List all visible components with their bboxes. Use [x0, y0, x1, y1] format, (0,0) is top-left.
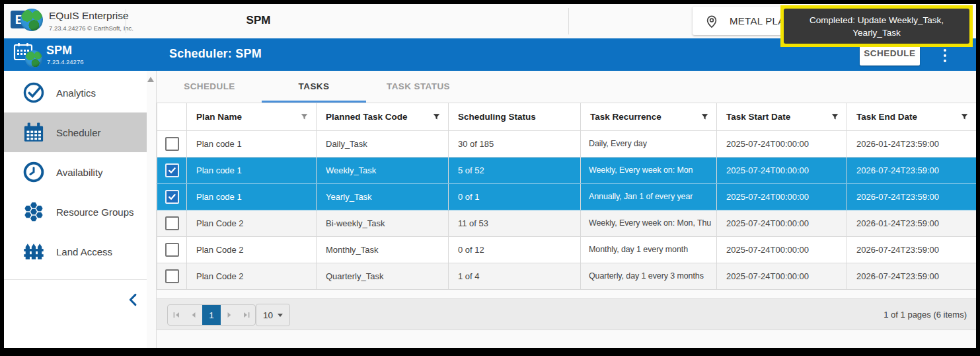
- cell-end: 2026-01-24T23:59:00: [847, 131, 977, 157]
- tab-tasks[interactable]: TASKS: [262, 71, 366, 103]
- select-column-header: [157, 103, 187, 131]
- globe-icon: [20, 9, 43, 31]
- pager-first-button[interactable]: [168, 305, 185, 325]
- cell-plan-name: Plan code 1: [187, 157, 317, 184]
- pager-summary: 1 of 1 pages (6 items): [884, 299, 967, 331]
- cell-recurrence: Weekly, Every week on: Mon, Thu: [581, 210, 717, 237]
- sidebar-item-availability[interactable]: Availability: [4, 152, 147, 192]
- table-row[interactable]: Plan Code 2Bi-weekly_Task11 of 53Weekly,…: [157, 210, 977, 237]
- sidebar-collapse-button[interactable]: [124, 290, 143, 309]
- cell-start: 2025-07-24T00:00:00: [717, 210, 847, 237]
- pager-next-icon: [225, 310, 234, 320]
- clock-icon: [22, 160, 46, 184]
- sidebar-app-version: 7.23.4.24276: [47, 58, 83, 66]
- row-checkbox[interactable]: [165, 190, 179, 204]
- pager-prev-button[interactable]: [185, 305, 202, 325]
- filter-icon[interactable]: [299, 112, 309, 122]
- divider: [126, 9, 126, 33]
- cell-plan-name: Plan Code 2: [187, 237, 317, 263]
- cell-start: 2025-07-24T00:00:00: [717, 131, 847, 157]
- pager-first-icon: [172, 310, 181, 320]
- column-header-label: Scheduling Status: [458, 112, 536, 122]
- cell-task-code: Monthly_Task: [317, 237, 449, 263]
- sidebar-app-title: SPM: [46, 44, 72, 58]
- table-body: Plan code 1Daily_Task30 of 185Daily, Eve…: [157, 131, 977, 290]
- tab-schedule[interactable]: SCHEDULE: [157, 71, 262, 103]
- sidebar-item-label: Analytics: [56, 87, 96, 99]
- brand-block: EQuIS Enterprise 7.23.4.24276 © EarthSof…: [49, 10, 133, 32]
- pager-next-button[interactable]: [221, 305, 238, 325]
- calendar-icon: [22, 120, 46, 144]
- cell-end: 2026-07-24T23:59:00: [847, 237, 977, 263]
- check-circle-icon: [22, 81, 46, 105]
- cell-task-code: Yearly_Task: [317, 184, 449, 210]
- sidebar-scroll-track[interactable]: [147, 71, 156, 348]
- filter-icon[interactable]: [960, 112, 969, 122]
- cell-start: 2025-07-24T00:00:00: [717, 237, 847, 263]
- table-row[interactable]: Plan Code 2Quarterly_Task1 of 4Quarterly…: [157, 263, 977, 290]
- row-checkbox[interactable]: [165, 269, 179, 283]
- app-window: E EQuIS Enterprise 7.23.4.24276 © EarthS…: [4, 4, 976, 348]
- cell-plan-name: Plan code 1: [187, 131, 317, 157]
- row-checkbox[interactable]: [165, 243, 179, 257]
- main-content: SCHEDULETASKSTASK STATUS Plan NamePlanne…: [157, 71, 976, 348]
- pager-group: 1: [167, 304, 256, 326]
- sidebar-item-label: Land Access: [56, 246, 112, 257]
- screenshot-frame: E EQuIS Enterprise 7.23.4.24276 © EarthS…: [0, 0, 980, 356]
- cell-recurrence: Weekly, Every week on: Mon: [581, 157, 717, 184]
- page-size-dropdown[interactable]: 10: [256, 304, 290, 326]
- column-header-planned-task-code: Planned Task Code: [317, 103, 449, 131]
- table-header-row: Plan NamePlanned Task CodeScheduling Sta…: [157, 103, 977, 131]
- cell-plan-name: Plan Code 2: [187, 210, 317, 237]
- column-header-label: Plan Name: [196, 112, 242, 122]
- checkbox-cell: [157, 131, 187, 157]
- scroll-up-arrow-icon[interactable]: [147, 77, 154, 82]
- cell-status: 1 of 4: [449, 263, 581, 290]
- pager-last-button[interactable]: [238, 305, 255, 325]
- table-row[interactable]: Plan code 1Daily_Task30 of 185Daily, Eve…: [157, 131, 977, 157]
- cell-end: 2026-07-24T23:59:00: [847, 263, 977, 290]
- column-header-scheduling-status: Scheduling Status: [449, 103, 581, 131]
- filter-icon[interactable]: [700, 112, 710, 122]
- table-row[interactable]: Plan Code 2Monthly_Task0 of 12Monthly, d…: [157, 237, 977, 263]
- cell-task-code: Quarterly_Task: [317, 263, 449, 290]
- hexagon-cluster-icon: [22, 200, 46, 224]
- pager-page-1[interactable]: 1: [202, 305, 221, 325]
- page-size-value: 10: [263, 310, 273, 320]
- divider: [4, 279, 147, 280]
- tab-task-status[interactable]: TASK STATUS: [366, 71, 471, 103]
- sidebar-item-label: Availability: [56, 167, 103, 178]
- cell-status: 5 of 52: [449, 157, 581, 184]
- cell-task-code: Bi-weekly_Task: [317, 210, 449, 237]
- row-checkbox[interactable]: [165, 216, 179, 230]
- filter-icon[interactable]: [830, 112, 840, 122]
- row-checkbox[interactable]: [165, 137, 179, 151]
- cell-recurrence: Annually, Jan 1 of every year: [581, 184, 717, 210]
- table-row[interactable]: Plan code 1Yearly_Task0 of 1Annually, Ja…: [157, 184, 977, 210]
- column-header-label: Task End Date: [856, 112, 917, 122]
- sidebar-item-resource-groups[interactable]: Resource Groups: [4, 192, 147, 232]
- table-row[interactable]: Plan code 1Weekly_Task5 of 52Weekly, Eve…: [157, 157, 977, 184]
- sidebar-item-land-access[interactable]: Land Access: [4, 232, 147, 271]
- column-header-task-recurrence: Task Recurrence: [581, 103, 717, 131]
- more-options-kebab-icon[interactable]: [937, 46, 953, 64]
- page-title: SPM: [222, 14, 295, 27]
- sidebar-menu: AnalyticsSchedulerAvailabilityResource G…: [4, 73, 147, 271]
- row-checkbox[interactable]: [165, 163, 179, 177]
- sidebar-item-scheduler[interactable]: Scheduler: [4, 112, 147, 152]
- filter-icon[interactable]: [432, 112, 441, 122]
- location-pin-icon: [704, 13, 720, 29]
- cell-plan-name: Plan Code 2: [187, 263, 317, 290]
- sidebar-item-analytics[interactable]: Analytics: [4, 73, 147, 112]
- column-header-label: Task Start Date: [726, 112, 790, 122]
- pager-prev-icon: [189, 310, 198, 320]
- column-header-plan-name: Plan Name: [187, 103, 317, 131]
- tab-strip: SCHEDULETASKSTASK STATUS: [157, 71, 471, 103]
- cell-end: 2026-07-24T23:59:00: [847, 184, 977, 210]
- column-header-label: Planned Task Code: [326, 112, 408, 122]
- cell-end: 2026-07-24T23:59:00: [847, 157, 977, 184]
- cell-start: 2025-07-24T00:00:00: [717, 263, 847, 290]
- checkbox-cell: [157, 263, 187, 290]
- highlight-annotation: Completed: Update Weekly_Task, Yearly_Ta…: [780, 5, 973, 47]
- globe-icon: [25, 50, 42, 67]
